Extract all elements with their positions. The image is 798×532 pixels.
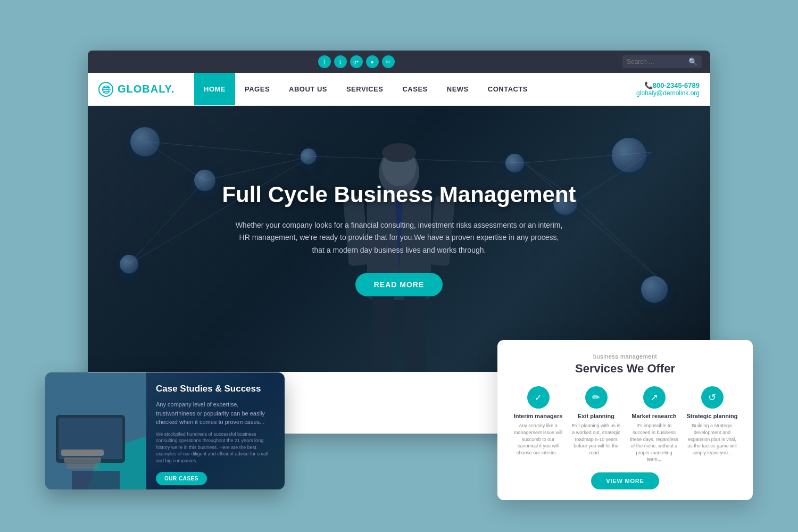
svg-line-1	[205, 156, 311, 180]
service-item-0: ✓ Interim managers Any scrutiny like a m…	[512, 386, 564, 463]
service-desc-0: Any scrutiny like a management issue wil…	[512, 422, 564, 456]
phone-number: 📞800-2345-6789	[644, 81, 700, 89]
nav-item-services[interactable]: SERVICES	[337, 73, 393, 105]
service-name-2: Market research	[631, 413, 676, 419]
service-icon-1: ✏	[585, 386, 608, 409]
services-subtitle: business management	[512, 353, 738, 360]
svg-rect-27	[72, 471, 120, 489]
svg-rect-13	[372, 292, 394, 372]
svg-line-0	[145, 142, 205, 180]
service-name-0: Interim managers	[514, 413, 563, 419]
nav-item-pages[interactable]: PAGES	[235, 73, 279, 105]
case-studies-card: Case Studies & Success Any company level…	[45, 372, 285, 489]
svg-line-2	[145, 142, 311, 156]
logo-text: GLOBALY.	[118, 83, 174, 95]
service-name-1: Exit planning	[578, 413, 614, 419]
service-name-3: Strategic planning	[687, 413, 738, 419]
svg-rect-25	[64, 458, 101, 463]
service-desc-3: Building a strategic development and exp…	[686, 422, 738, 456]
search-bar[interactable]: 🔍	[622, 55, 702, 68]
case-text: Any company level of expertise, trustwor…	[156, 400, 275, 427]
our-cases-button[interactable]: OUR CASES	[156, 472, 207, 485]
nav-item-news[interactable]: NEWS	[437, 73, 478, 105]
svg-point-19	[382, 143, 416, 162]
logo-globe-icon: 🌐	[98, 82, 113, 97]
hero-title: Full Cycle Business Management	[222, 181, 576, 208]
googleplus-icon[interactable]: g+	[350, 55, 363, 68]
service-icon-3: ↺	[701, 386, 724, 409]
page-wrapper: f t g+ ● in 🔍 🌐 GLOBALY. HOME PAGES	[0, 0, 798, 532]
hero-content: Full Cycle Business Management Whether y…	[201, 181, 597, 296]
logo-name: GLOBALY	[118, 83, 171, 95]
hero-section: Full Cycle Business Management Whether y…	[88, 106, 710, 372]
case-content: Case Studies & Success Any company level…	[146, 372, 285, 489]
service-desc-1: Exit planning with us is a worked out, s…	[570, 422, 622, 456]
search-icon: 🔍	[688, 57, 697, 66]
svg-line-5	[524, 152, 652, 163]
linkedin-icon[interactable]: in	[382, 55, 395, 68]
service-item-1: ✏ Exit planning Exit planning with us is…	[570, 386, 622, 463]
nav-links: HOME PAGES ABOUT US SERVICES CASES NEWS …	[194, 73, 625, 105]
nav-item-about[interactable]: ABOUT US	[279, 73, 337, 105]
hands-tablet-illustration	[45, 372, 146, 489]
service-desc-2: It's impossible to succeed in business t…	[628, 422, 680, 463]
nav-item-home[interactable]: HOME	[194, 73, 235, 105]
search-input[interactable]	[627, 58, 685, 65]
service-icon-2: ↗	[643, 386, 666, 409]
top-bar: f t g+ ● in 🔍	[88, 51, 710, 73]
case-title: Case Studies & Success	[156, 383, 275, 395]
hero-subtitle: Whether your company looks for a financi…	[234, 219, 564, 257]
services-grid: ✓ Interim managers Any scrutiny like a m…	[512, 386, 738, 463]
case-small-text: We stockpiled hundreds of successful bus…	[156, 431, 275, 464]
view-more-button[interactable]: VIEW MORE	[591, 472, 659, 489]
nav-item-contacts[interactable]: CONTACTS	[478, 73, 537, 105]
services-title: Services We Offer	[512, 362, 738, 376]
svg-rect-14	[404, 292, 426, 372]
svg-rect-24	[61, 450, 104, 456]
nav-bar: 🌐 GLOBALY. HOME PAGES ABOUT US SERVICES …	[88, 73, 710, 106]
email-address: globaly@demolink.org	[636, 89, 700, 97]
contact-info: 📞800-2345-6789 globaly@demolink.org	[625, 73, 710, 105]
logo-area: 🌐 GLOBALY.	[88, 73, 194, 105]
case-image	[45, 372, 146, 489]
read-more-button[interactable]: READ MORE	[355, 273, 443, 296]
case-image-inner	[45, 372, 146, 489]
social-icons-group: f t g+ ● in	[318, 55, 395, 68]
service-item-3: ↺ Strategic planning Building a strategi…	[686, 386, 738, 463]
service-item-2: ↗ Market research It's impossible to suc…	[628, 386, 680, 463]
nav-item-cases[interactable]: CASES	[393, 73, 437, 105]
logo-dot: .	[171, 83, 175, 95]
twitter-icon[interactable]: t	[334, 55, 347, 68]
svg-rect-26	[66, 464, 98, 469]
instagram-icon[interactable]: ●	[366, 55, 379, 68]
facebook-icon[interactable]: f	[318, 55, 331, 68]
service-icon-0: ✓	[527, 386, 550, 409]
services-card: business management Services We Offer ✓ …	[497, 340, 753, 500]
svg-line-7	[129, 180, 205, 264]
